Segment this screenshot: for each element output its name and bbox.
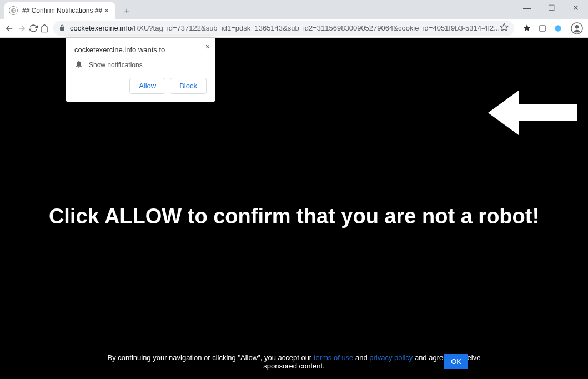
browser-tab[interactable]: ## Confirm Notifications ## × bbox=[4, 2, 115, 19]
terms-link[interactable]: terms of use bbox=[314, 353, 354, 362]
lock-icon bbox=[59, 24, 67, 32]
close-tab-icon[interactable]: × bbox=[102, 6, 111, 15]
close-icon[interactable]: × bbox=[205, 42, 210, 51]
extension-icon-2[interactable] bbox=[537, 23, 547, 33]
allow-button[interactable]: Allow bbox=[129, 78, 165, 94]
extension-icon-1[interactable] bbox=[522, 23, 532, 33]
tab-strip: ## Confirm Notifications ## × + — ☐ ✕ bbox=[0, 0, 588, 19]
svg-point-5 bbox=[575, 25, 579, 28]
permission-title: cocketexercine.info wants to bbox=[74, 46, 207, 54]
ok-button[interactable]: OK bbox=[444, 354, 468, 369]
url-path: /RXU?tag_id=737122&sub_id1=pdsk_1365143&… bbox=[132, 24, 500, 32]
bookmark-star-icon[interactable] bbox=[500, 23, 509, 33]
footer-text: By continuing your navigation or clickin… bbox=[0, 353, 588, 370]
close-window-button[interactable]: ✕ bbox=[564, 0, 588, 16]
notification-permission-prompt: × cocketexercine.info wants to Show noti… bbox=[66, 38, 215, 102]
forward-button[interactable] bbox=[17, 21, 27, 36]
new-tab-button[interactable]: + bbox=[119, 3, 134, 19]
back-button[interactable] bbox=[4, 21, 14, 36]
privacy-link[interactable]: privacy policy bbox=[369, 353, 413, 362]
main-heading: Click ALLOW to confirm that you are not … bbox=[0, 205, 588, 228]
extension-icon-3[interactable] bbox=[553, 23, 563, 33]
extension-icons bbox=[519, 23, 566, 33]
profile-button[interactable] bbox=[571, 21, 583, 36]
page-content: × cocketexercine.info wants to Show noti… bbox=[0, 38, 588, 379]
permission-text: Show notifications bbox=[89, 61, 143, 69]
globe-icon bbox=[9, 6, 18, 15]
address-bar[interactable]: cocketexercine.info /RXU?tag_id=737122&s… bbox=[53, 21, 514, 36]
home-button[interactable] bbox=[40, 21, 49, 36]
permission-row: Show notifications bbox=[74, 59, 207, 70]
toolbar: cocketexercine.info /RXU?tag_id=737122&s… bbox=[0, 19, 588, 38]
footer-pre: By continuing your navigation or clickin… bbox=[108, 353, 314, 362]
footer-and: and bbox=[353, 353, 369, 362]
bell-icon bbox=[74, 59, 83, 70]
tab-title: ## Confirm Notifications ## bbox=[22, 7, 102, 14]
reload-button[interactable] bbox=[29, 21, 38, 36]
svg-rect-2 bbox=[540, 25, 546, 31]
svg-marker-1 bbox=[500, 23, 507, 31]
url-host: cocketexercine.info bbox=[70, 24, 132, 32]
arrow-icon bbox=[488, 88, 577, 140]
block-button[interactable]: Block bbox=[170, 78, 207, 94]
maximize-button[interactable]: ☐ bbox=[539, 0, 564, 16]
svg-point-3 bbox=[555, 25, 561, 32]
svg-marker-6 bbox=[488, 91, 577, 135]
minimize-button[interactable]: — bbox=[515, 0, 539, 16]
window-controls: — ☐ ✕ bbox=[515, 0, 588, 16]
